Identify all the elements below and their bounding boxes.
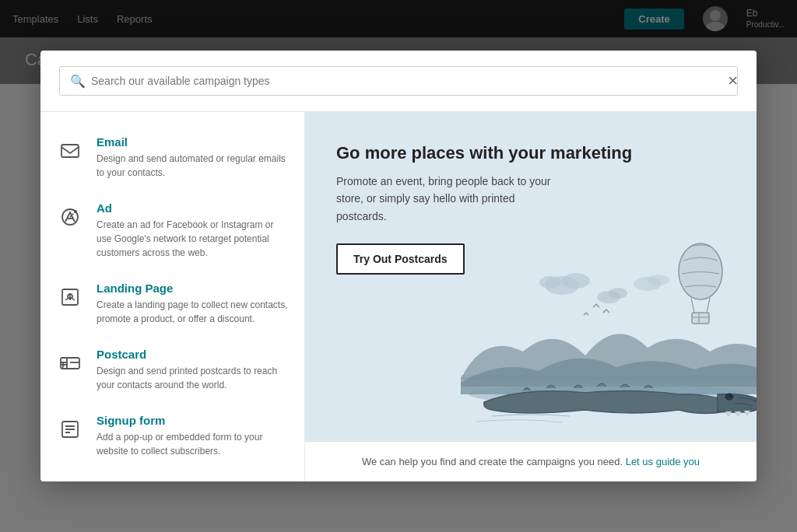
promo-title: Go more places with your marketing [336, 143, 725, 163]
modal-footer: We can help you find and create the camp… [305, 441, 757, 481]
svg-rect-23 [692, 313, 709, 324]
email-icon [56, 137, 84, 165]
campaign-ad-title: Ad [97, 201, 289, 215]
svg-point-14 [562, 273, 590, 289]
promo-illustration [461, 223, 757, 441]
try-postcards-button[interactable]: Try Out Postcards [336, 243, 465, 275]
campaign-signup-title: Signup form [97, 414, 289, 427]
campaign-lp-title: Landing Page [97, 282, 289, 295]
modal-body: Email Design and send automated or regul… [40, 112, 757, 481]
signup-form-icon [56, 415, 84, 443]
campaign-email-title: Email [97, 135, 289, 149]
search-icon: 🔍 [70, 74, 86, 89]
postcard-icon [56, 349, 84, 377]
svg-point-19 [648, 275, 669, 285]
campaign-list: Email Design and send automated or regul… [40, 112, 305, 481]
guide-link[interactable]: Let us guide you [626, 456, 700, 467]
svg-line-21 [691, 298, 694, 313]
footer-text: We can help you find and create the camp… [362, 456, 623, 467]
campaign-ad-desc: Create an ad for Facebook or Instagram o… [97, 218, 289, 260]
modal-overlay: 🔍 × Email Design and se [0, 0, 797, 532]
svg-point-20 [679, 243, 722, 299]
campaign-lp-desc: Create a landing page to collect new con… [97, 298, 289, 326]
campaign-item-signup-form[interactable]: Signup form Add a pop-up or embedded for… [40, 403, 304, 469]
svg-point-30 [729, 395, 732, 397]
campaign-signup-desc: Add a pop-up or embedded form to your we… [97, 430, 289, 458]
svg-point-15 [539, 276, 561, 289]
svg-line-22 [707, 298, 710, 313]
svg-point-17 [609, 288, 627, 299]
ad-icon [56, 203, 84, 231]
promo-content: Go more places with your marketing Promo… [305, 112, 757, 441]
campaign-modal: 🔍 × Email Design and se [40, 51, 757, 481]
campaign-item-ad[interactable]: Ad Create an ad for Facebook or Instagra… [40, 191, 304, 271]
close-button[interactable]: × [728, 72, 738, 89]
svg-rect-2 [61, 145, 79, 157]
campaign-postcard-title: Postcard [97, 348, 289, 361]
campaign-item-landing-page[interactable]: Landing Page Create a landing page to co… [40, 271, 304, 337]
svg-point-5 [74, 210, 77, 213]
campaign-item-email[interactable]: Email Design and send automated or regul… [40, 124, 304, 191]
landing-page-icon [56, 283, 84, 311]
promo-description: Promote an event, bring people back to y… [336, 173, 554, 225]
campaign-postcard-desc: Design and send printed postcards to rea… [97, 364, 289, 392]
promo-panel: Go more places with your marketing Promo… [305, 112, 757, 481]
search-input[interactable] [59, 66, 738, 96]
modal-search-bar: 🔍 × [40, 51, 757, 112]
campaign-item-postcard[interactable]: Postcard Design and send printed postcar… [40, 337, 304, 403]
campaign-email-desc: Design and send automated or regular ema… [97, 152, 289, 180]
